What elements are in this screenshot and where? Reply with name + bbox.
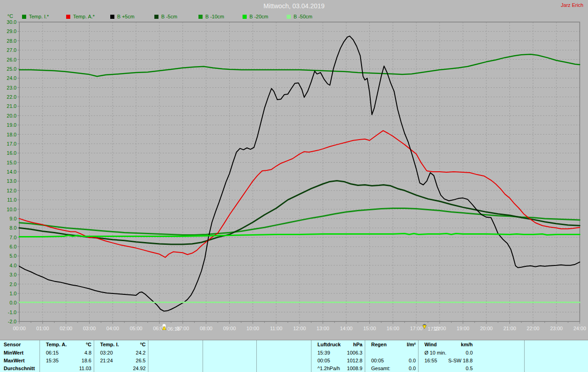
- x-tick-label: 11:00: [270, 326, 283, 331]
- regen-min-cell: [365, 349, 418, 356]
- empty-cell: [203, 364, 257, 372]
- regen-total-cell: Gesamt:0.0: [365, 364, 418, 372]
- x-tick-label: 10:00: [247, 326, 260, 331]
- empty-cell: [148, 364, 203, 372]
- y-tick-label: 3.0: [10, 272, 17, 277]
- minwert-label: MinWert: [4, 350, 23, 355]
- legend-item-b_minus50: B -50cm: [287, 14, 331, 19]
- y-tick-label: -2.0: [8, 319, 17, 324]
- y-tick-label: 5.0: [10, 253, 17, 259]
- legend-swatch-temp_a: [66, 15, 70, 19]
- x-tick-label: 20:00: [480, 326, 493, 331]
- legend-label-b_plus5: B +5cm: [117, 14, 135, 19]
- y-tick-label: 29.0: [7, 28, 17, 34]
- legend-swatch-b_minus10: [198, 15, 203, 19]
- temp-a-max-cell: 15:3518.6: [40, 356, 94, 364]
- table-row-label: Durchschnitt: [0, 364, 40, 372]
- y-tick-label: 17.0: [7, 141, 17, 147]
- y-tick-label: 9.0: [10, 216, 17, 221]
- empty-cell: [525, 364, 588, 372]
- legend-label-temp_i: Temp. I.*: [29, 14, 49, 19]
- y-tick-label: 15.0: [7, 160, 17, 165]
- x-tick-label: 00:00: [13, 326, 26, 331]
- x-tick-label: 19:00: [457, 326, 469, 331]
- y-tick-label: 18.0: [7, 132, 17, 137]
- empty-cell: [203, 349, 257, 356]
- y-tick-label: 10.0: [7, 207, 17, 212]
- temp-i-avg-cell: 24.92: [94, 364, 148, 372]
- x-tick-label: 09:00: [223, 326, 236, 331]
- x-tick-label: 15:00: [363, 326, 376, 331]
- x-tick-label: 24:00: [573, 326, 586, 331]
- x-tick-label: 13:00: [317, 326, 329, 331]
- y-tick-label: 2.0: [10, 282, 17, 287]
- y-tick-label: 0.0: [10, 300, 17, 305]
- y-tick-label: 11.0: [7, 197, 17, 203]
- page-title: Mittwoch, 03.04.2019: [0, 2, 588, 10]
- empty-cell: [203, 356, 257, 364]
- maxwert-label: MaxWert: [4, 358, 25, 363]
- empty-cell: [525, 349, 588, 356]
- luftdruck-max-cell: 00:051012.8: [311, 356, 365, 364]
- temp-i-max-cell: 21:2426.5: [94, 356, 148, 364]
- legend-item-b_minus10: B -10cm: [198, 14, 243, 19]
- y-tick-label: 8.0: [10, 225, 17, 231]
- y-tick-label: 19.0: [7, 122, 17, 128]
- wind-avg10-cell: Ø 10 min.0.0: [418, 349, 525, 356]
- temp-i-min-cell: 03:2024.2: [94, 349, 148, 356]
- sensor-label: Sensor: [4, 342, 21, 347]
- y-tick-label: 30.0: [7, 19, 17, 25]
- legend-label-temp_a: Temp. A.*: [73, 14, 95, 19]
- legend-swatch-temp_i: [22, 15, 26, 19]
- legend-item-temp_i: Temp. I.*: [22, 14, 66, 19]
- table-row-label: MaxWert: [0, 356, 40, 364]
- wind-max-cell: 16:55S-SW 18.8: [418, 356, 525, 364]
- legend-swatch-b_minus5: [154, 15, 158, 19]
- y-tick-label: 25.0: [7, 66, 17, 72]
- y-tick-label: 6.0: [10, 244, 17, 249]
- empty-cell: [257, 356, 311, 364]
- y-tick-label: 24.0: [7, 75, 17, 81]
- empty-cell: [257, 340, 311, 349]
- legend-item-b_minus5: B -5cm: [154, 14, 198, 19]
- series-line-temp_i: [19, 54, 580, 76]
- temp-a-avg-cell: 11.03: [40, 364, 94, 372]
- legend-label-b_minus50: B -50cm: [294, 14, 312, 19]
- y-tick-label: 1.0: [10, 291, 17, 296]
- x-tick-label: 16:00: [387, 326, 400, 331]
- x-tick-label: 05:00: [130, 326, 142, 331]
- author-label: Jarz Erich: [561, 2, 583, 8]
- x-tick-label: 04:00: [107, 326, 119, 331]
- wind-avg-cell: 0.5: [418, 364, 525, 372]
- legend-label-b_minus5: B -5cm: [161, 14, 177, 19]
- empty-cell: [525, 356, 588, 364]
- y-tick-label: 28.0: [7, 38, 17, 44]
- y-tick-label: 4.0: [10, 263, 17, 268]
- y-tick-label: 20.0: [7, 113, 17, 118]
- y-tick-label: 7.0: [10, 235, 17, 240]
- y-axis-unit-label: °C: [7, 13, 13, 19]
- y-tick-label: 26.0: [7, 57, 17, 62]
- y-tick-label: 16.0: [7, 150, 17, 156]
- legend-item-temp_a: Temp. A.*: [66, 14, 110, 19]
- temp-a-min-cell: 06:154.8: [40, 349, 94, 356]
- y-tick-label: 22.0: [7, 94, 17, 100]
- sunset-arrow-icon: [423, 325, 426, 329]
- luftdruck-avg-cell: ^1.2hPa/h1008.9: [311, 364, 365, 372]
- x-tick-label: 14:00: [340, 326, 353, 331]
- x-tick-label: 21:00: [503, 326, 516, 331]
- empty-cell: [203, 340, 257, 349]
- x-tick-label: 22:00: [527, 326, 540, 331]
- sunset-time-label: 17:27: [428, 326, 441, 332]
- y-tick-label: 23.0: [7, 85, 17, 90]
- wind-header-cell: Windkm/h: [418, 340, 525, 349]
- legend-label-b_minus10: B -10cm: [205, 14, 224, 19]
- empty-cell: [525, 340, 588, 349]
- x-tick-label: 03:00: [83, 326, 96, 331]
- durchschnitt-label: Durchschnitt: [4, 366, 35, 371]
- stats-table: Sensor Temp. A.°C Temp. I.°C LuftdruckhP…: [0, 340, 588, 372]
- luftdruck-min-cell: 15:391006.3: [311, 349, 365, 356]
- x-tick-label: 12:00: [293, 326, 306, 331]
- legend-label-b_minus20: B -20cm: [249, 14, 268, 19]
- y-tick-label: -1.0: [8, 310, 17, 315]
